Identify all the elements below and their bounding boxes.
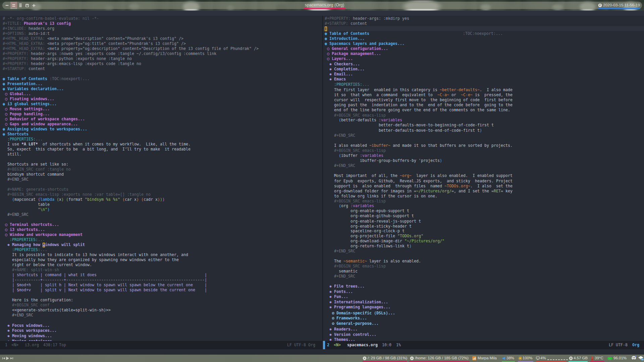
disk-icon xyxy=(363,356,367,360)
text-segment-dim: #+INCLUDE: xyxy=(3,26,29,31)
workspace-button-one-line-icon[interactable] xyxy=(4,2,10,9)
text-segment-fg: of shortcuts when it comes to my workflo… xyxy=(38,142,191,146)
text-segment-fg: layer is also enabled. I enabled support xyxy=(412,173,513,178)
buffer-line: org-enable-github-support t xyxy=(325,214,414,219)
text-segment-h2: ○ Behavior of workspace changes... xyxy=(3,117,85,121)
buffer-line: #+INCLUDE: headers.org xyxy=(3,26,54,31)
text-segment-p4: ) xyxy=(158,197,160,202)
text-segment-bu4: ✿ xyxy=(332,321,334,326)
text-segment-dim: #+PROPERTY: xyxy=(3,61,31,66)
text-segment-p1: ( xyxy=(339,203,341,208)
text-segment-val: headers.org xyxy=(29,26,54,31)
text-segment-dim: #+BEGIN_SRC conf xyxy=(3,303,50,307)
text-segment-val: header-args:python :exports none :tangle… xyxy=(31,56,132,61)
buffer-line: "\n") xyxy=(3,207,50,212)
text-segment-tag: ... xyxy=(83,76,90,81)
text-segment-fg: table xyxy=(3,202,50,207)
text-segment-fg: Here is the configuration: xyxy=(3,298,73,302)
text-segment-h2: ○ Layers... xyxy=(325,56,353,61)
text-segment-h2: ○ Package management... xyxy=(325,51,381,56)
buffer-line: to follow org links if the cursor is on … xyxy=(325,194,437,199)
workspace-button-two-lines-icon[interactable] xyxy=(10,2,17,9)
buffer-line: <<generate-shortcuts(table=split-win-sh)… xyxy=(3,308,111,313)
buffer-line: semantic xyxy=(325,269,358,274)
text-segment-dim: #+STARTUP: xyxy=(325,21,351,26)
text-segment-h4: Domain-specific (DSLs)... xyxy=(334,311,395,315)
workspace-button-three-lines-icon[interactable] xyxy=(17,2,24,9)
text-segment-verb: =~/Pictures/org/= xyxy=(414,189,454,193)
minibuffer[interactable] xyxy=(0,350,644,355)
text-segment-fg: . I also set the xyxy=(470,184,513,188)
buffer-line: ✱ Email... xyxy=(325,72,353,77)
text-segment-p2: ) xyxy=(162,197,165,202)
teamspeak-icon[interactable]: TS xyxy=(638,356,644,361)
text-segment-tag: ... xyxy=(362,82,369,87)
text-segment-dime: #+END_SRC xyxy=(3,313,33,317)
editor-window-i3-org[interactable]: # -*- org-confirm-babel-evaluate: nil -*… xyxy=(0,11,322,349)
buffer-line: cursor will respectively first move to t… xyxy=(325,98,513,103)
text-segment-dim: #+BEGIN_SRC emacs-lisp xyxy=(325,264,386,268)
buffer-line: #+NAME: generate-shortcuts xyxy=(3,187,68,192)
text-segment-fg: org-enable-reveal-js-support t xyxy=(325,219,421,224)
text-segment-p1: ) xyxy=(440,158,442,163)
text-segment-fg: car x xyxy=(125,197,137,202)
buffer-line: ✿ General-purpose... xyxy=(325,321,379,326)
text-segment-fg: it so that when a command equivalent to xyxy=(325,93,437,97)
buffer-line: ✱ Emacs xyxy=(325,77,346,82)
buffer-line: #+BEGIN_SRC emacs-lisp :exports none :va… xyxy=(3,192,151,197)
buffer-line: ✱ Checkers... xyxy=(325,62,360,67)
workspace-button-window-icon[interactable] xyxy=(24,2,31,9)
buffer-line: #+OPTIONS: auto-id:t xyxy=(3,31,50,36)
text-segment-dim: #+PROPERTY: xyxy=(3,56,31,61)
text-segment-fg xyxy=(325,82,334,87)
workspace-active-underline xyxy=(10,8,17,9)
text-segment-dime: #+END_SRC xyxy=(3,177,29,182)
buffer-line: #+BEGIN_SRC conf :tangle no xyxy=(3,167,71,172)
text-segment-fg: cadr x xyxy=(144,197,158,202)
text-segment-h2: ○ Window and workspace management xyxy=(3,232,83,237)
buffer-line: org-enable-epub-support t xyxy=(325,208,409,214)
modeline-major-mode: Org xyxy=(632,343,639,348)
text-segment-fg xyxy=(3,237,10,242)
text-segment-fg xyxy=(64,197,66,202)
buffer-line: better-defaults-move-to-beginning-of-cod… xyxy=(325,123,494,128)
window-title: spacemacs.org (Org) xyxy=(304,2,345,9)
buffer-line: ibuffer-group-buffers-by 'projects) xyxy=(325,158,442,163)
buffer-line: #+TITLE: Phundrak’s i3 config xyxy=(3,21,71,26)
text-segment-fg: bindsym shortcut command xyxy=(3,172,64,177)
module-text-disk-root: /: 29 GB / 98 GB (31%) xyxy=(368,355,407,361)
workspace-button-plus-icon[interactable] xyxy=(31,2,37,9)
buffer-line: #+END_SRC xyxy=(325,274,355,279)
buffer-line: ◉ Spacemacs layers and packages... xyxy=(325,41,405,46)
buffer-line: (ibuffer :variables xyxy=(325,153,383,158)
text-segment-h2: ○ i3 shortcuts... xyxy=(3,227,45,232)
editor-window-spacemacs-org[interactable]: #+PROPERTY: header-args: :mkdirp yes#+ST… xyxy=(323,11,644,349)
buffer-line: ○ Window and workspace management xyxy=(3,232,83,237)
text-segment-teal: :PROPERTIES: xyxy=(10,237,38,242)
buffer-line: #+END_SRC xyxy=(3,313,33,318)
buffer-line: ✱ Completion... xyxy=(325,67,365,72)
discord-icon[interactable] xyxy=(631,356,637,361)
buffer-line: | $mod+h | split h | Next window to spaw… xyxy=(3,283,207,288)
text-segment-val: auto-id:t xyxy=(29,31,50,36)
text-segment-verb: =RET= xyxy=(491,189,503,193)
modeline-buffer-name: spacemacs.org xyxy=(347,343,378,348)
buffer-line: :PROPERTIES:... xyxy=(3,247,47,252)
next-icon[interactable] xyxy=(10,357,13,359)
buffer-line: #+HTML_HEAD_EXTRA: <meta property="og:de… xyxy=(3,46,259,51)
disk-icon xyxy=(410,356,414,360)
text-segment-fg: to follow org links if the cursor is on … xyxy=(325,194,437,198)
modeline-window-number: 2 xyxy=(327,343,329,348)
text-segment-p3: ) xyxy=(160,197,162,202)
text-segment-code: ~C-a~ xyxy=(437,93,449,97)
play-icon[interactable] xyxy=(6,357,9,360)
previous-icon[interactable] xyxy=(2,357,5,359)
text-segment-fg xyxy=(120,197,122,202)
buffer-line: ◉ Table of Contents :TOC:noexport:... xyxy=(3,76,90,81)
text-segment-fg: x xyxy=(59,197,61,202)
buffer-line: #+END_SRC xyxy=(3,177,29,182)
text-segment-fg: support is also enabled through files na… xyxy=(325,184,444,188)
text-segment-kw: :variables xyxy=(351,203,374,208)
text-segment-fg: cursor will respectively first move to t… xyxy=(325,98,513,102)
text-segment-val: <meta property="og:description" content=… xyxy=(47,46,259,51)
